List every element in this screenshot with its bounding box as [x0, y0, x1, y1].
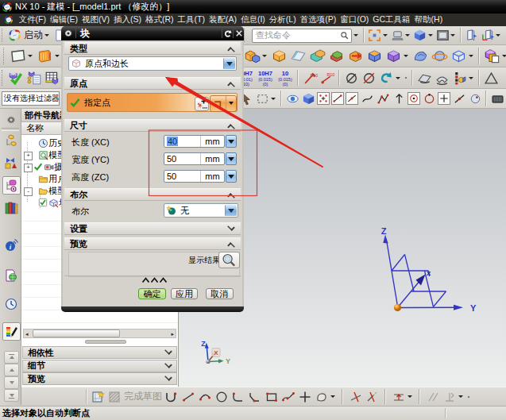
tree-expand-toggle[interactable]: + — [24, 152, 33, 160]
menu-item[interactable]: GC工具箱 — [371, 13, 412, 27]
profile-icon[interactable] — [315, 390, 329, 404]
curve-icon[interactable] — [361, 92, 374, 106]
circlesk-icon[interactable] — [214, 390, 229, 404]
dropdown-arrow-icon[interactable] — [353, 34, 358, 37]
nxswirl-icon[interactable] — [8, 29, 21, 42]
asmnav-icon[interactable] — [4, 134, 18, 148]
cubeor-icon[interactable] — [366, 48, 383, 64]
horizontal-scrollbar[interactable]: ◂ ▸ — [23, 329, 176, 338]
ucurve-icon[interactable] — [164, 390, 179, 404]
dropdown-arrow-icon[interactable] — [408, 395, 412, 398]
resource-webdoc-button[interactable] — [2, 267, 19, 283]
menu-item[interactable]: 帮助(H) — [412, 13, 445, 27]
mag-icon[interactable] — [339, 30, 350, 40]
fillet-icon[interactable] — [231, 390, 245, 404]
checktable-icon[interactable] — [26, 70, 42, 86]
resource-info-button[interactable] — [2, 237, 19, 253]
tol3-icon[interactable] — [276, 69, 294, 87]
cubeblue-icon[interactable] — [302, 92, 315, 106]
navigator-scroll-top-button[interactable] — [4, 351, 19, 364]
plus-icon[interactable] — [298, 390, 312, 404]
resource-library-button[interactable] — [2, 199, 19, 216]
roles-icon[interactable] — [5, 325, 19, 339]
trim-icon[interactable] — [349, 390, 363, 404]
cancel-button[interactable]: 取消 — [206, 288, 234, 299]
dropdown-arrow-icon[interactable] — [330, 395, 335, 398]
connav-icon[interactable] — [4, 156, 18, 170]
resource-connav-button[interactable] — [2, 154, 19, 171]
dropdown-arrow-icon[interactable] — [405, 34, 410, 37]
tree-expand-toggle[interactable]: + — [24, 164, 33, 172]
spherering-icon[interactable] — [431, 48, 448, 64]
t-clock-icon[interactable] — [38, 138, 48, 148]
winGray-icon[interactable] — [436, 29, 450, 42]
menu-item[interactable]: 首选项(P) — [298, 13, 338, 27]
collapse-chevrons-icon[interactable] — [141, 277, 167, 283]
boolsub-icon[interactable] — [309, 48, 326, 64]
menu-item[interactable]: 文件(F) — [17, 13, 48, 27]
retarrow-icon[interactable] — [379, 71, 394, 86]
dropdown-arrow-icon[interactable] — [469, 55, 473, 57]
eyesnap-icon[interactable] — [286, 92, 299, 106]
dropdown-arrow-icon[interactable] — [502, 55, 506, 57]
line2-toggle[interactable] — [346, 92, 358, 105]
dropdown-arrow-icon[interactable] — [469, 77, 473, 79]
menu-item[interactable]: 格式(R) — [143, 13, 176, 27]
scrollbar-thumb[interactable] — [33, 329, 120, 337]
dialog-close-button[interactable] — [234, 26, 244, 40]
perpgray-icon[interactable] — [442, 390, 457, 404]
dialog-section-boolean[interactable]: 布尔 — [64, 188, 241, 201]
resource-clock-button[interactable] — [2, 295, 19, 312]
t-checkbox-icon[interactable] — [38, 198, 48, 207]
dropdown-arrow-icon[interactable] — [428, 34, 433, 37]
library-icon[interactable] — [4, 201, 18, 215]
dropdown-arrow-icon[interactable] — [383, 34, 388, 37]
dialog-section-dimensions[interactable]: 尺寸 — [64, 119, 241, 132]
dim-spin-0[interactable] — [226, 135, 237, 148]
show-result-button[interactable] — [218, 252, 240, 268]
menu-item[interactable]: 信息(I) — [238, 13, 267, 27]
dropdown-arrow-icon[interactable] — [496, 34, 500, 37]
cubeblue-icon[interactable] — [413, 29, 427, 42]
dropdown-arrow-icon[interactable] — [28, 55, 33, 57]
dialog-gear-icon[interactable] — [64, 29, 73, 38]
point-type-arrow[interactable] — [226, 102, 236, 105]
apply-button[interactable]: 应用 — [171, 288, 198, 299]
t-check-icon[interactable] — [33, 162, 43, 171]
uparrow-icon[interactable] — [392, 92, 406, 106]
tree-expand-toggle[interactable]: - — [24, 187, 33, 196]
webdoc-icon[interactable] — [4, 268, 18, 283]
blockab-icon[interactable] — [244, 48, 261, 64]
extend-icon[interactable] — [365, 390, 380, 404]
t-folder-icon[interactable] — [38, 174, 48, 184]
dialog-section-settings[interactable]: 设置 — [64, 222, 241, 235]
copycube-icon[interactable] — [484, 48, 500, 64]
section-preview[interactable]: 预览 — [22, 372, 177, 385]
dropdown-arrow-icon[interactable] — [404, 55, 408, 57]
dialog-section-type[interactable]: 类型 — [64, 42, 241, 55]
scroll-right-icon[interactable]: ▸ — [171, 331, 174, 337]
t-folderopen-icon[interactable] — [38, 186, 48, 196]
dropdown-arrow-icon[interactable] — [262, 55, 267, 57]
linept-icon[interactable] — [181, 390, 195, 404]
boolean-combo-arrow[interactable] — [225, 205, 237, 216]
bookarrow-icon[interactable] — [465, 29, 478, 42]
tablelock-icon[interactable] — [44, 70, 60, 86]
face1-icon[interactable] — [417, 71, 432, 86]
plusbox-icon[interactable] — [438, 93, 450, 104]
line1-toggle[interactable] — [331, 92, 344, 105]
rectsk-icon[interactable] — [265, 390, 279, 404]
shoe-icon[interactable] — [412, 48, 429, 64]
menu-item[interactable]: 视图(V) — [79, 13, 111, 27]
scroll-left-icon[interactable]: ◂ — [25, 331, 29, 337]
boolred-icon[interactable] — [347, 48, 364, 64]
dropdown-arrow-icon[interactable] — [271, 98, 276, 100]
booktriad-icon[interactable] — [481, 29, 494, 42]
studio-icon[interactable] — [281, 390, 295, 404]
partnav-icon[interactable] — [5, 179, 19, 193]
dropdown-arrow-icon[interactable] — [458, 395, 463, 398]
pencil1-icon[interactable] — [303, 71, 318, 86]
toolbar-label[interactable]: 启动 — [24, 29, 43, 42]
dropdown-arrow-icon[interactable] — [450, 34, 455, 37]
polyline-icon[interactable] — [377, 92, 390, 106]
